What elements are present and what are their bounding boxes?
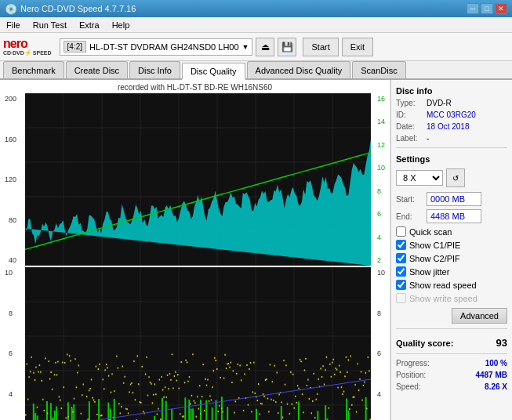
disc-type-value: DVD-R xyxy=(427,99,452,107)
position-label: Position: xyxy=(396,371,426,379)
separator-3 xyxy=(396,353,507,354)
separator-2 xyxy=(396,328,507,329)
tab-disc-quality[interactable]: Disc Quality xyxy=(182,63,245,80)
nero-logo: nero CD·DVD⚡SPEED xyxy=(3,38,52,56)
tab-disc-info[interactable]: Disc Info xyxy=(129,61,180,78)
quick-scan-row: Quick scan xyxy=(396,226,507,237)
speed-info-row: Speed: 8.26 X xyxy=(396,382,507,391)
start-row: Start: xyxy=(396,192,507,206)
y-right-2: 2 xyxy=(377,256,385,264)
speed-info-value: 8.26 X xyxy=(485,382,507,391)
position-row: Position: 4487 MB xyxy=(396,371,507,379)
progress-value: 100 % xyxy=(485,359,507,368)
y2-right-8: 8 xyxy=(377,310,385,317)
disc-type-label: Type: xyxy=(396,99,423,107)
start-input[interactable] xyxy=(427,192,481,206)
show-read-speed-checkbox[interactable] xyxy=(396,280,406,290)
y-right-4: 4 xyxy=(377,234,385,241)
y2-right-4: 4 xyxy=(377,390,385,398)
y2-right-6: 6 xyxy=(377,349,385,357)
disc-label-label: Label: xyxy=(396,134,423,143)
tab-scan-disc[interactable]: ScanDisc xyxy=(352,61,405,78)
speed-row: 8 X ↺ xyxy=(396,168,507,187)
advanced-button[interactable]: Advanced xyxy=(452,308,507,324)
tab-create-disc[interactable]: Create Disc xyxy=(66,61,128,78)
show-read-speed-label: Show read speed xyxy=(409,281,477,290)
y-left-120: 120 xyxy=(5,176,16,183)
disc-date-row: Date: 18 Oct 2018 xyxy=(396,122,507,131)
refresh-button[interactable]: ↺ xyxy=(446,168,465,187)
show-c1-label: Show C1/PIE xyxy=(409,241,460,250)
dropdown-icon[interactable]: ▼ xyxy=(242,43,249,51)
y2-right-10: 10 xyxy=(377,269,385,277)
show-c1-checkbox[interactable] xyxy=(396,240,406,250)
settings-title: Settings xyxy=(396,154,507,164)
drive-selector[interactable]: [4:2] HL-DT-ST DVDRAM GH24NSD0 LH00 ▼ xyxy=(60,38,253,56)
menu-extra[interactable]: Extra xyxy=(76,19,103,31)
menu-bar: File Run Test Extra Help xyxy=(0,17,512,33)
y-right-10: 10 xyxy=(377,164,385,172)
app-title: Nero CD-DVD Speed 4.7.7.16 xyxy=(20,4,136,13)
bottom-chart-canvas xyxy=(25,267,371,420)
app-icon: 💿 xyxy=(5,3,17,15)
end-label: End: xyxy=(396,212,423,221)
toolbar: nero CD·DVD⚡SPEED [4:2] HL-DT-ST DVDRAM … xyxy=(0,33,512,61)
menu-run-test[interactable]: Run Test xyxy=(30,19,70,31)
show-c2-checkbox[interactable] xyxy=(396,253,406,263)
y-left-40: 40 xyxy=(5,256,16,264)
quick-scan-label: Quick scan xyxy=(409,227,452,237)
show-c2-label: Show C2/PIF xyxy=(409,254,460,263)
menu-help[interactable]: Help xyxy=(109,19,133,31)
tab-bar: Benchmark Create Disc Disc Info Disc Qua… xyxy=(0,61,512,80)
disc-type-row: Type: DVD-R xyxy=(396,99,507,107)
drive-label: HL-DT-ST DVDRAM GH24NSD0 LH00 xyxy=(89,42,239,52)
right-panel: Disc info Type: DVD-R ID: MCC 03RG20 Dat… xyxy=(390,80,512,420)
close-button[interactable]: ✕ xyxy=(495,3,507,14)
exit-button[interactable]: Exit xyxy=(342,38,373,56)
y-left-80: 80 xyxy=(5,216,16,224)
y-right-6: 6 xyxy=(377,210,385,218)
quick-scan-checkbox[interactable] xyxy=(396,226,406,237)
end-input[interactable] xyxy=(427,209,481,223)
position-value: 4487 MB xyxy=(475,371,507,379)
title-bar: 💿 Nero CD-DVD Speed 4.7.7.16 ─ □ ✕ xyxy=(0,0,512,17)
y2-left-8: 8 xyxy=(5,310,13,317)
y-right-14: 14 xyxy=(377,118,385,125)
y-right-8: 8 xyxy=(377,187,385,195)
show-read-speed-row: Show read speed xyxy=(396,280,507,290)
chart-area: recorded with HL-DT-ST BD-RE WH16NS60 20… xyxy=(0,80,390,420)
top-chart-canvas xyxy=(25,93,371,266)
show-jitter-checkbox[interactable] xyxy=(396,266,406,277)
start-button[interactable]: Start xyxy=(303,38,338,56)
quality-score-label: Quality score: xyxy=(396,339,453,348)
menu-file[interactable]: File xyxy=(3,19,24,31)
y-right-12: 12 xyxy=(377,141,385,149)
speed-badge: [4:2] xyxy=(64,41,86,52)
y2-left-10: 10 xyxy=(5,269,13,277)
show-write-speed-label: Show write speed xyxy=(409,294,478,303)
disc-date-value: 18 Oct 2018 xyxy=(427,122,469,131)
show-write-speed-checkbox xyxy=(396,293,406,303)
tab-benchmark[interactable]: Benchmark xyxy=(3,61,64,78)
save-button[interactable]: 💾 xyxy=(278,38,296,56)
y2-left-4: 4 xyxy=(5,390,13,398)
show-write-speed-row: Show write speed xyxy=(396,293,507,303)
speed-select[interactable]: 8 X xyxy=(396,170,443,186)
start-label: Start: xyxy=(396,195,423,204)
minimize-button[interactable]: ─ xyxy=(467,3,479,14)
maximize-button[interactable]: □ xyxy=(481,3,493,14)
quality-score-value: 93 xyxy=(496,337,507,349)
disc-label-row: Label: - xyxy=(396,134,507,143)
eject-button[interactable]: ⏏ xyxy=(256,38,274,56)
disc-info-title: Disc info xyxy=(396,86,507,96)
show-jitter-label: Show jitter xyxy=(409,267,449,277)
tab-advanced-disc-quality[interactable]: Advanced Disc Quality xyxy=(247,61,351,78)
end-row: End: xyxy=(396,209,507,223)
chart-title: recorded with HL-DT-ST BD-RE WH16NS60 xyxy=(3,83,387,92)
speed-info-label: Speed: xyxy=(396,382,421,391)
show-c2-row: Show C2/PIF xyxy=(396,253,507,263)
y2-left-6: 6 xyxy=(5,349,13,357)
y-left-160: 160 xyxy=(5,136,16,143)
show-jitter-row: Show jitter xyxy=(396,266,507,277)
disc-date-label: Date: xyxy=(396,122,423,131)
